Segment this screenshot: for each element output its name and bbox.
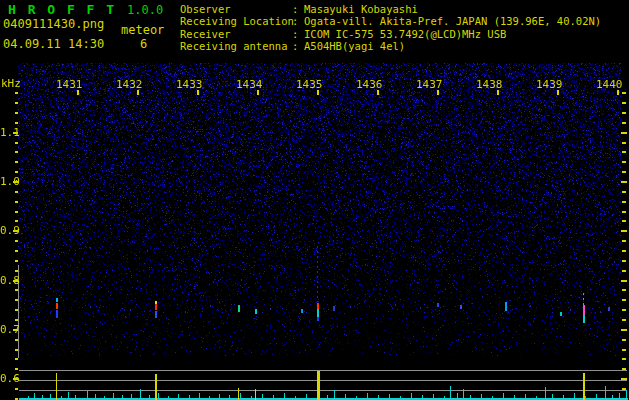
- strip-spike-cyan: [457, 393, 458, 398]
- freq-label: 1.1: [0, 126, 13, 139]
- freq-tick-left: [15, 358, 18, 360]
- freq-tick-right: [622, 102, 626, 104]
- strip-spike-cyan: [95, 394, 96, 398]
- echo-mark: [333, 306, 335, 311]
- info-colon: :: [292, 15, 304, 27]
- freq-label: 0.7: [0, 323, 13, 336]
- echo-mark: [210, 305, 211, 307]
- strip-spike-cyan: [612, 395, 613, 398]
- strip-spike-cyan: [209, 396, 210, 398]
- freq-label: 0.8: [0, 274, 13, 287]
- freq-tick-left: [15, 240, 18, 242]
- observation-mode: meteor: [121, 23, 164, 37]
- echo-mark: [437, 303, 439, 307]
- strip-spike-cyan: [503, 393, 504, 398]
- freq-tick-right: [621, 329, 627, 331]
- strip-spike-cyan: [104, 396, 105, 398]
- freq-tick-left: [15, 388, 18, 390]
- strip-spike-cyan: [61, 396, 62, 398]
- strip-spike-cyan: [168, 396, 169, 398]
- freq-tick-left: [15, 289, 18, 291]
- strip-spike-cyan: [536, 396, 537, 398]
- echo-mark: [270, 308, 271, 310]
- info-label: Receiving antenna: [180, 40, 292, 52]
- echo-mark: [395, 304, 396, 306]
- strip-spike-cyan: [626, 390, 627, 398]
- freq-tick-right: [622, 339, 626, 341]
- strip-spike-cyan: [240, 393, 241, 398]
- strip-spike-cyan: [87, 391, 88, 398]
- hrofft-window: H R O F F T 1.0.0 0409111430.png meteor …: [0, 0, 629, 400]
- echo-mark: [505, 302, 507, 311]
- freq-tick-left: [15, 171, 18, 173]
- strip-spike-cyan: [605, 386, 606, 398]
- echo-mark: [317, 309, 319, 317]
- freq-tick-right: [622, 358, 626, 360]
- freq-tick-right: [622, 92, 626, 94]
- echo-count: 6: [140, 37, 147, 51]
- strip-spike-cyan: [389, 394, 390, 398]
- freq-tick-left: [13, 181, 18, 183]
- freq-tick-right: [621, 132, 627, 134]
- freq-tick-left: [15, 161, 18, 163]
- echo-mark: [90, 306, 91, 308]
- strip-spike-cyan: [178, 394, 179, 398]
- freq-tick-right: [622, 161, 626, 163]
- strip-spike-cyan: [50, 394, 51, 398]
- output-filename: 0409111430.png: [3, 17, 104, 31]
- strip-spike-cyan: [433, 394, 434, 398]
- strip-gridline: [19, 380, 627, 381]
- station-info-row: Receiving Location:Ogata-vill. Akita-Pre…: [180, 15, 601, 27]
- strip-spike-cyan: [356, 396, 357, 398]
- echo-mark: [583, 315, 585, 323]
- freq-tick-right: [622, 220, 626, 222]
- echo-mark: [570, 309, 571, 311]
- station-info-row: Observer:Masayuki Kobayashi: [180, 3, 601, 15]
- freq-tick-left: [15, 270, 18, 272]
- strip-spike-cyan: [68, 392, 69, 398]
- strip-spike-cyan: [113, 393, 114, 398]
- echo-mark: [600, 311, 601, 313]
- echo-mark: [420, 307, 421, 309]
- strip-spike-cyan: [514, 395, 515, 398]
- info-value: ICOM IC-575 53.7492(@LCD)MHz USB: [304, 28, 506, 40]
- strip-spike-cyan: [273, 395, 274, 398]
- echo-mark: [56, 303, 58, 309]
- time-tick: [197, 90, 199, 95]
- app-title: H R O F F T: [8, 2, 116, 17]
- freq-tick-right: [621, 280, 627, 282]
- freq-tick-left: [15, 201, 18, 203]
- station-info-row: Receiver:ICOM IC-575 53.7492(@LCD)MHz US…: [180, 28, 601, 40]
- freq-tick-left: [13, 280, 18, 282]
- echo-mark: [255, 309, 257, 314]
- strip-spike-cyan: [284, 393, 285, 398]
- info-colon: :: [292, 3, 304, 15]
- echo-mark: [317, 317, 319, 321]
- freq-tick-right: [621, 378, 627, 380]
- strip-spike-yellow: [155, 374, 157, 400]
- strip-spike-cyan: [563, 395, 564, 398]
- freq-tick-left: [15, 220, 18, 222]
- freq-tick-left: [13, 132, 18, 134]
- freq-tick-right: [622, 349, 626, 351]
- strip-spike-cyan: [470, 395, 471, 398]
- echo-mark: [238, 305, 240, 312]
- freq-tick-right: [622, 319, 626, 321]
- strip-spike-cyan: [552, 394, 553, 398]
- strip-spike-cyan: [596, 394, 597, 398]
- strip-spike-cyan: [367, 393, 368, 398]
- freq-tick-right: [622, 171, 626, 173]
- strip-spike-cyan: [585, 396, 586, 398]
- freq-tick-left: [15, 368, 18, 370]
- time-tick: [317, 90, 319, 95]
- echo-mark: [583, 305, 585, 315]
- freq-unit-label: kHz: [1, 77, 21, 90]
- echo-mark: [460, 305, 462, 309]
- freq-tick-left: [15, 349, 18, 351]
- time-tick: [137, 90, 139, 95]
- freq-tick-left: [13, 329, 18, 331]
- time-tick: [497, 90, 499, 95]
- freq-tick-left: [15, 309, 18, 311]
- strip-spike-cyan: [149, 395, 150, 398]
- freq-tick-left: [15, 92, 18, 94]
